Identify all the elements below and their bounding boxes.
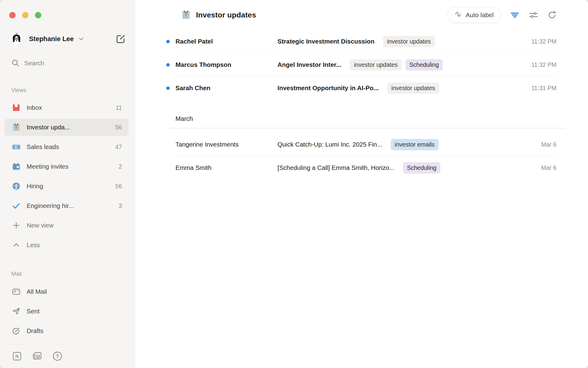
email-row[interactable]: Rachel Patel Strategic Investment Discus… bbox=[135, 30, 588, 53]
email-time: Mar 6 bbox=[534, 141, 556, 148]
sidebar-item-hiring[interactable]: Hiring 56 bbox=[5, 178, 129, 195]
new-view-button[interactable]: New view bbox=[5, 217, 129, 234]
sidebar-item-count: 2 bbox=[119, 163, 122, 170]
sidebar-item-label: Sent bbox=[27, 308, 40, 315]
sidebar-item-label: Less bbox=[27, 241, 40, 249]
auto-label-button[interactable]: Auto label bbox=[447, 7, 501, 23]
sidebar-item-label: Drafts bbox=[27, 327, 43, 335]
inbox-icon bbox=[12, 103, 21, 112]
chevron-up-icon bbox=[12, 241, 21, 249]
svg-text:$: $ bbox=[15, 145, 17, 148]
sidebar-item-investor-updates[interactable]: Investor upda... 56 bbox=[5, 119, 129, 136]
email-tags: investor updates bbox=[387, 82, 439, 94]
email-tags: Scheduling bbox=[403, 162, 441, 174]
window-controls bbox=[0, 0, 135, 18]
sidebar-item-count: 47 bbox=[115, 144, 122, 151]
display-settings-icon[interactable] bbox=[528, 10, 539, 20]
svg-text:?: ? bbox=[56, 354, 59, 359]
unread-dot bbox=[166, 86, 170, 90]
send-icon bbox=[12, 307, 21, 316]
sidebar-item-label: Meeting invites bbox=[27, 163, 69, 170]
close-window-button[interactable] bbox=[9, 12, 16, 18]
sidebar-item-inbox[interactable]: Inbox 11 bbox=[5, 99, 129, 116]
necktie-icon bbox=[181, 10, 191, 20]
user-name: Stephanie Lee bbox=[29, 35, 74, 43]
email-subject: Investment Opportunity in AI-Po... bbox=[277, 84, 379, 92]
drafts-icon bbox=[12, 327, 21, 335]
compose-button[interactable] bbox=[115, 33, 126, 44]
notion-icon[interactable]: N bbox=[12, 351, 22, 361]
sidebar-item-drafts[interactable]: Drafts bbox=[5, 322, 129, 339]
label-tag[interactable]: Scheduling bbox=[405, 59, 443, 71]
group-header: March bbox=[175, 114, 588, 123]
email-subject: Strategic Investment Discussion bbox=[277, 38, 375, 45]
sidebar-item-engineering-hiring[interactable]: Engineering hir... 3 bbox=[5, 197, 129, 214]
view-header: Investor updates Auto label bbox=[135, 0, 588, 30]
label-tag[interactable]: investor updates bbox=[387, 82, 439, 94]
email-subject: Angel Investor Inter... bbox=[277, 61, 341, 68]
email-time: 11:32 PM bbox=[524, 61, 556, 68]
main-panel: Investor updates Auto label bbox=[135, 0, 588, 368]
sidebar: Stephanie Lee Search Views bbox=[0, 0, 135, 368]
views-list: Inbox 11 Investor upda... 56 bbox=[0, 99, 135, 256]
filter-icon[interactable] bbox=[510, 10, 520, 20]
help-icon[interactable]: ? bbox=[52, 351, 62, 361]
email-subject: [Scheduling a Call] Emma Smith, Horizo..… bbox=[277, 164, 394, 171]
email-tags: investor updates bbox=[383, 36, 435, 47]
search-button[interactable]: Search bbox=[11, 59, 126, 67]
sidebar-item-sales-leads[interactable]: $ Sales leads 47 bbox=[5, 138, 129, 155]
sidebar-item-label: Engineering hir... bbox=[27, 202, 74, 209]
zoom-window-button[interactable] bbox=[35, 12, 41, 18]
sidebar-item-label: Inbox bbox=[27, 104, 42, 111]
sidebar-item-label: Hiring bbox=[27, 182, 43, 190]
views-section-label: Views bbox=[11, 87, 135, 94]
sidebar-item-meeting-invites[interactable]: Meeting invites 2 bbox=[5, 158, 129, 175]
notion-calendar-icon[interactable]: 14 bbox=[32, 351, 42, 361]
label-tag[interactable]: investor updates bbox=[383, 36, 435, 47]
auto-label-text: Auto label bbox=[466, 11, 494, 19]
refresh-icon[interactable] bbox=[547, 10, 557, 20]
auto-label-icon bbox=[454, 11, 462, 19]
unread-dot bbox=[166, 40, 170, 43]
email-time: 11:32 PM bbox=[524, 38, 556, 45]
sidebar-item-count: 56 bbox=[115, 124, 122, 131]
sidebar-item-all-mail[interactable]: All Mail bbox=[5, 283, 129, 300]
email-row[interactable]: Marcus Thompson Angel Investor Inter... … bbox=[135, 53, 588, 76]
email-row[interactable]: Sarah Chen Investment Opportunity in AI-… bbox=[135, 76, 588, 100]
sidebar-item-label: Investor upda... bbox=[27, 124, 70, 131]
email-sender: Rachel Patel bbox=[175, 38, 277, 45]
email-row[interactable]: Emma Smith [Scheduling a Call] Emma Smit… bbox=[135, 156, 588, 179]
avatar bbox=[10, 33, 23, 45]
email-row[interactable]: Tangerine Investments Quick Catch-Up: Lu… bbox=[135, 133, 588, 156]
search-label: Search bbox=[24, 59, 44, 67]
chevron-down-icon bbox=[78, 36, 85, 42]
label-tag[interactable]: investor emails bbox=[391, 139, 439, 150]
accessibility-icon bbox=[12, 182, 21, 190]
sidebar-item-label: All Mail bbox=[27, 288, 47, 295]
label-tag[interactable]: investor updates bbox=[350, 59, 401, 71]
group-divider bbox=[167, 128, 564, 128]
sidebar-footer: N 14 ? bbox=[0, 344, 135, 368]
email-time: Mar 6 bbox=[534, 164, 556, 171]
label-tag[interactable]: Scheduling bbox=[403, 162, 441, 174]
email-tags: investor emails bbox=[391, 139, 439, 150]
sidebar-item-sent[interactable]: Sent bbox=[5, 303, 129, 320]
email-list: Rachel Patel Strategic Investment Discus… bbox=[135, 30, 588, 179]
email-subject: Quick Catch-Up: Lumi Inc. 2025 Fin... bbox=[277, 141, 382, 148]
banknote-icon: $ bbox=[12, 143, 21, 151]
necktie-icon bbox=[12, 123, 21, 132]
search-icon bbox=[11, 59, 20, 67]
email-sender: Tangerine Investments bbox=[175, 141, 277, 148]
account-switcher[interactable]: Stephanie Lee bbox=[10, 33, 126, 45]
less-button[interactable]: Less bbox=[5, 236, 129, 254]
svg-text:N: N bbox=[15, 354, 19, 359]
minimize-window-button[interactable] bbox=[22, 12, 28, 18]
sidebar-item-count: 56 bbox=[115, 183, 122, 190]
unread-dot bbox=[166, 63, 170, 67]
mail-section-label: Mail bbox=[11, 270, 135, 277]
email-sender: Emma Smith bbox=[175, 164, 277, 171]
email-tags: investor updates Scheduling bbox=[350, 59, 443, 71]
plus-icon bbox=[12, 221, 21, 230]
check-icon bbox=[12, 201, 21, 210]
email-sender: Marcus Thompson bbox=[175, 61, 277, 68]
